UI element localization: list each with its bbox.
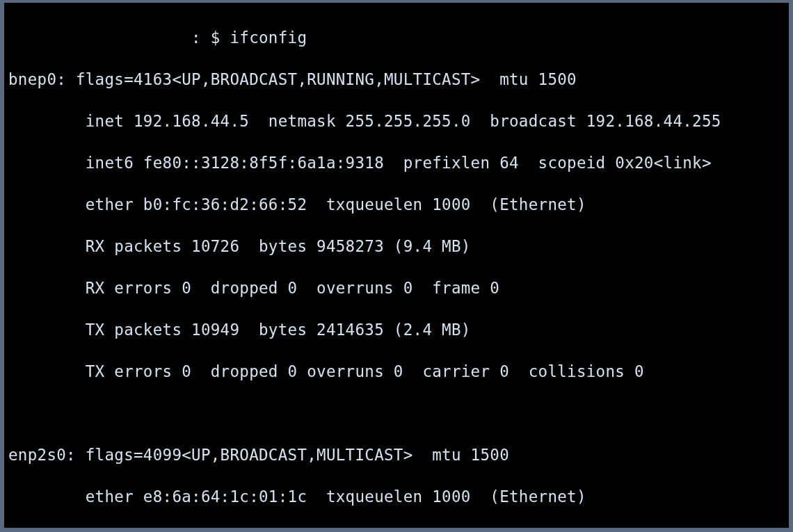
blank-1 [8, 403, 785, 424]
terminal-output[interactable]: : $ ifconfig bnep0: flags=4163<UP,BROADC… [4, 3, 789, 528]
bnep0-ether: ether b0:fc:36:d2:66:52 txqueuelen 1000 … [8, 194, 785, 215]
shell-prompt [8, 29, 191, 47]
bnep0-tx-packets: TX packets 10949 bytes 2414635 (2.4 MB) [8, 319, 785, 340]
bnep0-rx-errors: RX errors 0 dropped 0 overruns 0 frame 0 [8, 277, 785, 298]
command-line: : $ ifconfig [8, 27, 785, 48]
enp2s0-header: enp2s0: flags=4099<UP,BROADCAST,MULTICAS… [8, 444, 785, 465]
bnep0-tx-errors: TX errors 0 dropped 0 overruns 0 carrier… [8, 361, 785, 382]
command-text: ifconfig [230, 29, 307, 47]
enp2s0-ether: ether e8:6a:64:1c:01:1c txqueuelen 1000 … [8, 486, 785, 507]
bnep0-rx-packets: RX packets 10726 bytes 9458273 (9.4 MB) [8, 236, 785, 257]
bnep0-inet6: inet6 fe80::3128:8f5f:6a1a:9318 prefixle… [8, 152, 785, 173]
bnep0-inet: inet 192.168.44.5 netmask 255.255.255.0 … [8, 111, 785, 131]
prompt-sep: : $ [191, 29, 230, 47]
bnep0-header: bnep0: flags=4163<UP,BROADCAST,RUNNING,M… [8, 69, 785, 90]
